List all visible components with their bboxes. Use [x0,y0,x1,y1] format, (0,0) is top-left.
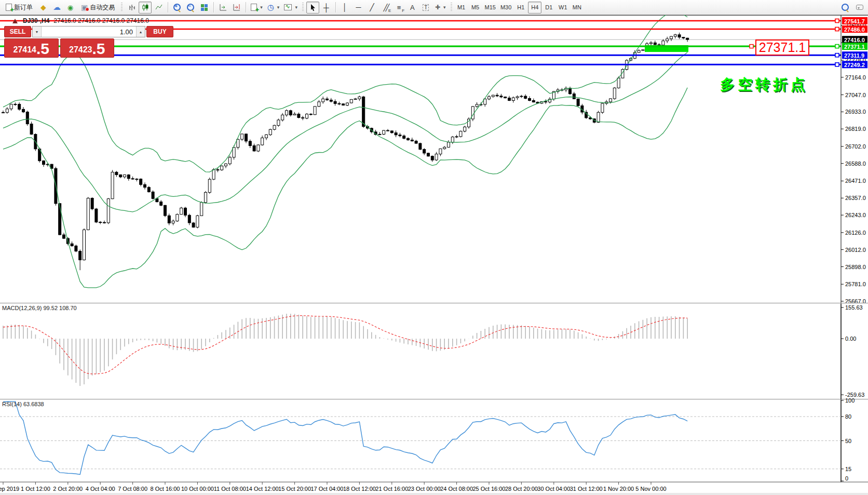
svg-text:10 Oct 00:00: 10 Oct 00:00 [181,486,214,492]
tf-button-m1[interactable]: M1 [455,2,468,14]
tf-button-m30[interactable]: M30 [498,2,513,14]
text-button[interactable] [406,2,419,14]
svg-text:100: 100 [845,397,855,404]
new-order-button[interactable]: 新订单 [2,2,36,14]
crosshair-button[interactable] [320,2,333,14]
tf-button-d1[interactable]: D1 [542,2,555,14]
tf-button-h4[interactable]: H4 [528,2,541,14]
toolbar-grip [451,3,452,12]
volume-up-button[interactable] [136,26,145,37]
zoom-in-button[interactable]: + [171,2,184,14]
volume-down-button[interactable] [33,26,42,37]
svg-text:25898.0: 25898.0 [845,264,866,270]
text-label-icon [423,4,429,11]
candlestick-chart-button[interactable] [139,2,152,14]
sell-price[interactable]: 27414 .5 [4,38,59,58]
svg-text:7 Oct 08:00: 7 Oct 08:00 [118,486,147,492]
svg-text:4 Oct 04:00: 4 Oct 04:00 [86,486,115,492]
crosshair-icon [323,3,329,12]
trendline-button[interactable] [365,2,378,14]
indicators-button[interactable] [282,2,300,14]
cloud-icon [53,3,61,12]
text-label-button[interactable] [419,2,432,14]
tile-windows-button[interactable] [198,2,211,14]
price-tag-label[interactable]: 27371.1 [755,39,809,56]
sell-button[interactable]: SELL [4,26,31,37]
tf-button-m5[interactable]: M5 [469,2,482,14]
chart-area[interactable]: 27509.027395.027278.027164.027047.026933… [0,0,868,495]
trendline-icon [370,3,374,11]
periods-button[interactable] [265,2,282,14]
chart-shift-button[interactable] [230,2,243,14]
bar-chart-button[interactable] [125,2,138,14]
toolbar-group-scroll [216,2,243,14]
price-chart-canvas[interactable]: 27509.027395.027278.027164.027047.026933… [0,0,868,495]
svg-text:1 Oct 12:00: 1 Oct 12:00 [21,486,50,492]
label-anchor-handle[interactable] [750,45,753,48]
mt-terminal: 新订单 自动交易 + − [0,0,868,495]
svg-text:25781.0: 25781.0 [845,281,866,287]
new-chart-button[interactable] [249,2,265,14]
zoom-out-icon: − [187,4,195,11]
indicators-icon [284,4,292,10]
buy-price-main: 27423 [69,45,92,55]
line-handle[interactable] [835,45,839,48]
buy-button[interactable]: BUY [146,26,173,37]
volume-input[interactable] [42,26,136,37]
svg-text:0: 0 [845,475,848,481]
line-handle[interactable] [835,19,839,23]
vertical-line-button[interactable] [338,2,351,14]
clock-icon [267,3,274,12]
search-button[interactable] [839,2,852,14]
tf-button-h1[interactable]: H1 [514,2,527,14]
zoom-in-icon: + [173,4,181,11]
chart-shift-icon [233,3,241,11]
svg-text:26588.0: 26588.0 [845,160,866,167]
arrows-button[interactable] [433,2,448,14]
auto-trading-button[interactable]: 自动交易 [77,2,118,14]
channel-button[interactable] [379,2,392,14]
svg-text:26126.0: 26126.0 [845,230,866,236]
horizontal-line-button[interactable] [352,2,365,14]
turning-point-annotation: 多空转折点 [720,75,808,95]
svg-text:27541.7: 27541.7 [844,18,865,24]
signals-button[interactable] [64,2,77,14]
chart-collapse-icon[interactable] [12,19,18,23]
toolbar-separator [168,2,168,12]
line-handle[interactable] [835,53,839,57]
chart-title: DJ30-,H4 27416.0 27416.0 27416.0 27416.0 [12,17,149,24]
chat-icon [856,5,863,10]
sell-price-main: 27414 [13,45,36,55]
svg-text:80: 80 [845,413,851,420]
svg-text:26012.0: 26012.0 [845,247,866,253]
svg-text:27416.0: 27416.0 [844,37,865,43]
tf-button-w1[interactable]: W1 [556,2,569,14]
svg-text:27249.2: 27249.2 [844,62,865,68]
svg-text:155.63: 155.63 [845,304,863,311]
sell-price-fraction: .5 [36,41,49,57]
line-handle[interactable] [835,63,839,66]
profiles-icon [40,3,46,11]
chat-button[interactable] [853,2,866,14]
svg-text:30 Sep 2019: 30 Sep 2019 [0,486,19,492]
line-chart-button[interactable] [152,2,165,14]
cursor-button[interactable] [306,2,319,14]
tf-button-mn[interactable]: MN [570,2,584,14]
svg-text:21 Oct 16:00: 21 Oct 16:00 [375,486,408,492]
tf-button-m15[interactable]: M15 [483,2,498,14]
svg-text:23 Oct 00:00: 23 Oct 00:00 [408,486,441,492]
one-click-trading-panel: SELL BUY 27414 .5 27423 .5 [4,26,114,58]
trade-panel-prices: 27414 .5 27423 .5 [4,38,114,58]
community-button[interactable] [50,2,63,14]
profiles-button[interactable] [37,2,50,14]
line-handle[interactable] [835,28,839,31]
auto-scroll-button[interactable] [216,2,229,14]
buy-price[interactable]: 27423 .5 [60,38,115,58]
fibonacci-button[interactable] [392,2,405,14]
svg-text:15: 15 [845,466,851,472]
zoom-out-button[interactable]: − [184,2,197,14]
toolbar-right [839,2,866,14]
svg-text:1 Nov 20:00: 1 Nov 20:00 [603,486,634,492]
svg-text:24 Oct 08:00: 24 Oct 08:00 [440,486,473,492]
svg-text:26471.0: 26471.0 [845,178,866,184]
